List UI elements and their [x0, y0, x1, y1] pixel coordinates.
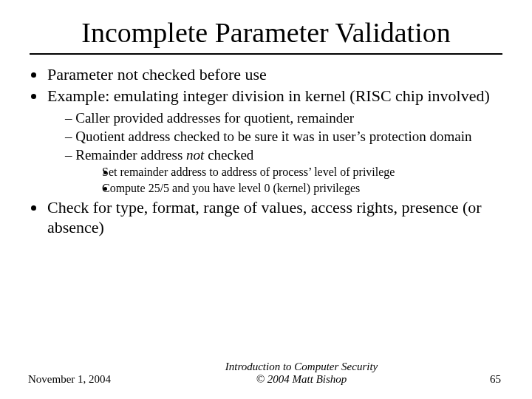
bullet-list-level-3: Set remainder address to address of proc… [115, 165, 504, 195]
bullet-item: Example: emulating integer division in k… [46, 86, 504, 195]
footer-page-number: 65 [457, 373, 501, 386]
text-run: checked [204, 147, 253, 163]
bullet-list-level-2: Caller provided addresses for quotient, … [65, 109, 504, 196]
bullet-item: Compute 25/5 and you have level 0 (kerne… [115, 181, 504, 196]
bullet-text: Quotient address checked to be sure it w… [75, 129, 471, 144]
bullet-item: Quotient address checked to be sure it w… [65, 128, 504, 145]
footer-center: Introduction to Computer Security © 2004… [146, 361, 457, 386]
text-run: Remainder address [75, 147, 186, 163]
bullet-item: Caller provided addresses for quotient, … [65, 109, 504, 126]
slide-footer: November 1, 2004 Introduction to Compute… [0, 361, 532, 386]
footer-copyright: © 2004 Matt Bishop [146, 373, 457, 386]
footer-title: Introduction to Computer Security [146, 361, 457, 373]
slide-title: Incomplete Parameter Validation [0, 0, 532, 53]
text-emphasis: not [186, 147, 204, 163]
slide: Incomplete Parameter Validation Paramete… [0, 0, 532, 399]
title-rule [30, 53, 502, 55]
bullet-text: Caller provided addresses for quotient, … [75, 110, 354, 126]
bullet-item: Remainder address not checked Set remain… [65, 146, 504, 195]
bullet-list-level-1: Parameter not checked before use Example… [46, 65, 504, 238]
bullet-text: Remainder address not checked [75, 147, 253, 163]
bullet-item: Check for type, format, range of values,… [46, 198, 504, 238]
bullet-item: Set remainder address to address of proc… [115, 165, 504, 180]
footer-date: November 1, 2004 [28, 373, 146, 386]
bullet-item: Parameter not checked before use [46, 65, 504, 85]
slide-content: Parameter not checked before use Example… [0, 65, 532, 238]
bullet-text: Example: emulating integer division in k… [47, 86, 490, 105]
